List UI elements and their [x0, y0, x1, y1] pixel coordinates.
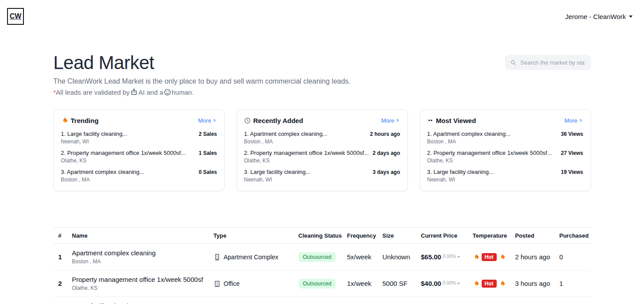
col-header-type: Type — [214, 228, 299, 244]
lead-rank: 2 — [54, 270, 72, 297]
fire-icon — [499, 280, 506, 287]
lead-list-item[interactable]: 3. Apartment complex cleaning...Boston ,… — [61, 166, 217, 185]
col-header-current-price: Current Price — [421, 228, 473, 244]
hero-text: Lead Market The CleanWork Lead Market is… — [54, 52, 351, 96]
human-icon — [164, 89, 171, 96]
lead-size: Unknown — [383, 244, 421, 270]
table-row[interactable]: 3 Large facility cleaning Neenah, WI Man… — [54, 297, 591, 304]
search-box — [505, 55, 591, 70]
topbar: CW Jerome - CleanWork — [0, 0, 644, 26]
fire-icon — [61, 117, 68, 124]
chevron-right-icon — [395, 118, 400, 123]
note-text-3: human. — [172, 89, 194, 96]
trending-more-link[interactable]: More — [198, 117, 217, 124]
lead-list-item[interactable]: 2. Property management office 1x/week 50… — [244, 147, 400, 166]
chevron-down-icon — [629, 15, 632, 18]
lead-type: Office — [224, 280, 240, 287]
table-row[interactable]: 2 Property management office 1x/week 500… — [54, 270, 591, 297]
chevron-down-icon — [457, 283, 460, 285]
note-text-2: AI and a — [138, 89, 163, 96]
note-text-1: All leads are validated by — [56, 89, 130, 96]
page-title: Lead Market — [54, 52, 351, 73]
lead-posted: 3 hours ago — [515, 297, 560, 304]
apartment-building-icon — [214, 254, 221, 261]
chevron-right-icon — [578, 118, 583, 123]
fire-icon — [473, 280, 479, 287]
lead-location: Boston , MA — [72, 258, 211, 265]
validation-note: *All leads are validated by AI and a hum… — [54, 88, 351, 96]
lead-size: 10000 SF — [383, 297, 421, 304]
most-viewed-card: Most Viewed More 1. Apartment complex cl… — [420, 109, 591, 191]
temperature-badge: Hot — [482, 253, 497, 261]
lead-price: $65.00 — [421, 253, 441, 261]
col-header-cleaning-status: Cleaning Status — [299, 228, 347, 244]
col-header-name: Name — [72, 228, 214, 244]
col-header-size: Size — [383, 228, 421, 244]
clock-icon — [244, 117, 251, 124]
lead-list-item[interactable]: 1. Large facility cleaning...Neenah, WI … — [61, 128, 217, 147]
hero-section: Lead Market The CleanWork Lead Market is… — [54, 52, 591, 96]
lead-list-item[interactable]: 2. Property management office 1x/week 50… — [427, 147, 583, 166]
recently-added-card: Recently Added More 1. Apartment complex… — [237, 109, 408, 191]
office-building-icon — [214, 280, 221, 287]
table-row[interactable]: 1 Apartment complex cleaning Boston , MA… — [54, 244, 591, 270]
lead-name[interactable]: Property management office 1x/week 5000s… — [72, 276, 211, 283]
col-header-frequency: Frequency — [347, 228, 383, 244]
cleanwork-logo[interactable]: CW — [7, 8, 24, 25]
col-header-purchased: Purchased — [560, 228, 591, 244]
leads-table: # Name Type Cleaning Status Frequency Si… — [54, 227, 591, 304]
summary-cards: Trending More 1. Large facility cleaning… — [54, 109, 591, 191]
eyes-icon — [427, 117, 433, 123]
robot-icon — [130, 88, 138, 96]
chevron-down-icon — [457, 256, 460, 258]
lead-name[interactable]: Apartment complex cleaning — [72, 249, 211, 257]
price-change-dropdown[interactable]: 0.00% — [442, 254, 460, 259]
lead-list-item[interactable]: 1. Apartment complex cleaning...Boston ,… — [244, 128, 400, 147]
price-change-dropdown[interactable]: 0.00% — [442, 280, 460, 285]
lead-location: Olathe, KS — [72, 285, 211, 291]
card-title: Recently Added — [253, 117, 303, 124]
card-title: Most Viewed — [436, 117, 476, 124]
lead-frequency: 1x/week — [347, 270, 383, 297]
lead-purchased: 1 — [560, 270, 591, 297]
lead-purchased: 2 — [560, 297, 591, 304]
lead-type: Apartment Complex — [224, 254, 279, 261]
status-badge: Outsourced — [299, 252, 336, 262]
lead-list-item[interactable]: 2. Property management office 1x/week 50… — [61, 147, 217, 166]
lead-price: $40.00 — [421, 280, 441, 287]
lead-frequency: 5x/week — [347, 244, 383, 270]
col-header-posted: Posted — [515, 228, 560, 244]
lead-size: 5000 SF — [383, 270, 421, 297]
card-title: Trending — [71, 117, 99, 124]
col-header-temperature: Temperature — [473, 228, 515, 244]
col-header-rank: # — [54, 228, 72, 244]
lead-posted: 2 hours ago — [515, 244, 560, 270]
trending-card: Trending More 1. Large facility cleaning… — [54, 109, 225, 191]
temperature-badge: Hot — [482, 280, 497, 288]
lead-rank: 1 — [54, 244, 72, 270]
lead-list-item[interactable]: 3. Large facility cleaning...Neenah, WI … — [427, 166, 583, 185]
most-viewed-more-link[interactable]: More — [564, 117, 583, 124]
lead-frequency: 1x/week — [347, 297, 383, 304]
account-menu[interactable]: Jerome - CleanWork — [565, 13, 632, 20]
lead-posted: 3 hours ago — [515, 270, 560, 297]
account-label: Jerome - CleanWork — [565, 13, 626, 20]
table-header-row: # Name Type Cleaning Status Frequency Si… — [54, 228, 591, 244]
lead-rank: 3 — [54, 297, 72, 304]
lead-purchased: 0 — [560, 244, 591, 270]
fire-icon — [499, 254, 506, 260]
search-icon — [510, 59, 516, 66]
fire-icon — [473, 254, 479, 260]
page-subtitle: The CleanWork Lead Market is the only pl… — [54, 77, 351, 85]
search-input[interactable] — [520, 59, 586, 66]
lead-list-item[interactable]: 1. Apartment complex cleaning...Boston ,… — [427, 128, 583, 147]
lead-list-item[interactable]: 3. Large facility cleaning...Neenah, WI … — [244, 166, 400, 185]
chevron-right-icon — [212, 118, 217, 123]
lead-name[interactable]: Large facility cleaning — [72, 302, 211, 304]
status-badge: Outsourced — [299, 279, 336, 289]
recently-added-more-link[interactable]: More — [381, 117, 400, 124]
